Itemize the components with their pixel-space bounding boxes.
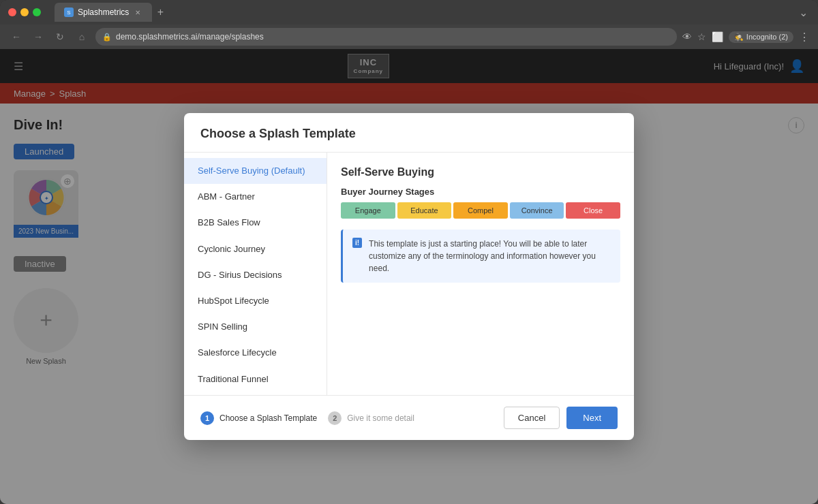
url-text: demo.splashmetrics.ai/manage/splashes [116, 32, 264, 42]
template-item-b2b-sales[interactable]: B2B Sales Flow [184, 210, 327, 236]
template-list: Self-Serve Buying (Default) ABM - Gartne… [184, 153, 327, 395]
title-bar: S Splashmetrics ✕ + ⌄ [0, 0, 818, 25]
stages-label: Buyer Journey Stages [341, 187, 620, 197]
stage-compel: Compel [453, 202, 508, 219]
bookmark-icon[interactable]: ☆ [697, 31, 706, 42]
info-flag-icon: i! [352, 238, 362, 248]
browser-window: S Splashmetrics ✕ + ⌄ ← → ↻ ⌂ 🔒 demo.spl… [0, 0, 818, 504]
modal-body: Self-Serve Buying (Default) ABM - Gartne… [184, 153, 634, 395]
step2-label: Give it some detail [347, 413, 414, 423]
tab-close-button[interactable]: ✕ [133, 7, 142, 17]
stage-educate: Educate [397, 202, 452, 219]
browser-menu-button[interactable]: ⌄ [796, 5, 810, 19]
step1-number: 1 [200, 411, 214, 425]
modal-title: Choose a Splash Template [200, 127, 618, 141]
info-box: i! This template is just a starting plac… [341, 230, 620, 283]
nav-bar: ← → ↻ ⌂ 🔒 demo.splashmetrics.ai/manage/s… [0, 25, 818, 49]
traffic-lights [8, 8, 41, 16]
minimize-window-button[interactable] [20, 8, 29, 16]
step-indicators: 1 Choose a Splash Template 2 Give it som… [200, 411, 414, 425]
modal-footer: 1 Choose a Splash Template 2 Give it som… [184, 395, 634, 440]
template-modal: Choose a Splash Template Self-Serve Buyi… [184, 113, 634, 440]
stage-close: Close [566, 202, 620, 219]
forward-button[interactable]: → [30, 29, 46, 45]
step-1: 1 Choose a Splash Template [200, 411, 317, 425]
nav-right-area: 👁 ☆ ⬜ 🕵 Incognito (2) ⋮ [682, 31, 810, 44]
step1-label: Choose a Splash Template [219, 413, 317, 423]
template-item-traditional[interactable]: Traditional Funnel [184, 366, 327, 392]
app-content: ☰ INC Company Hi Lifeguard (Inc)! 👤 Mana… [0, 49, 818, 504]
template-item-spin[interactable]: SPIN Selling [184, 314, 327, 340]
new-tab-button[interactable]: + [152, 4, 168, 20]
template-item-dg-sirius[interactable]: DG - Sirius Decisions [184, 262, 327, 288]
browser-overflow-button[interactable]: ⋮ [799, 31, 810, 44]
modal-overlay: Choose a Splash Template Self-Serve Buyi… [0, 49, 818, 504]
template-detail: Self-Serve Buying Buyer Journey Stages E… [327, 153, 634, 395]
template-item-abm-gartner[interactable]: ABM - Gartner [184, 184, 327, 210]
template-item-hubspot[interactable]: HubSpot Lifecycle [184, 288, 327, 314]
tab-bar: S Splashmetrics ✕ + [55, 3, 791, 22]
maximize-window-button[interactable] [33, 8, 41, 16]
modal-actions: Cancel Next [504, 407, 618, 429]
close-window-button[interactable] [8, 8, 16, 16]
step-2: 2 Give it some detail [328, 411, 414, 425]
template-item-self-serve[interactable]: Self-Serve Buying (Default) [184, 158, 327, 184]
tab-title: Splashmetrics [78, 7, 129, 17]
incognito-icon: 🕵 [734, 33, 744, 42]
template-item-salesforce[interactable]: Salesforce Lifecycle [184, 340, 327, 366]
stage-engage: Engage [341, 202, 395, 219]
privacy-icon: 👁 [682, 31, 692, 42]
cancel-button[interactable]: Cancel [504, 407, 560, 429]
tab-favicon: S [64, 7, 74, 17]
browser-extension-icon[interactable]: ⬜ [712, 31, 723, 42]
reload-button[interactable]: ↻ [52, 29, 68, 45]
detail-title: Self-Serve Buying [341, 166, 620, 178]
modal-header: Choose a Splash Template [184, 113, 634, 153]
active-tab[interactable]: S Splashmetrics ✕ [55, 3, 152, 22]
template-item-cyclonic[interactable]: Cyclonic Journey [184, 236, 327, 262]
stage-convince: Convince [510, 202, 564, 219]
home-button[interactable]: ⌂ [74, 29, 90, 45]
step2-number: 2 [328, 411, 342, 425]
stages-row: Engage Educate Compel Convince Close [341, 202, 620, 219]
back-button[interactable]: ← [8, 29, 25, 45]
incognito-badge: 🕵 Incognito (2) [729, 31, 793, 43]
next-button[interactable]: Next [566, 407, 618, 429]
address-bar[interactable]: 🔒 demo.splashmetrics.ai/manage/splashes [95, 28, 677, 46]
info-message: This template is just a starting place! … [369, 238, 611, 274]
secure-icon: 🔒 [102, 33, 112, 42]
